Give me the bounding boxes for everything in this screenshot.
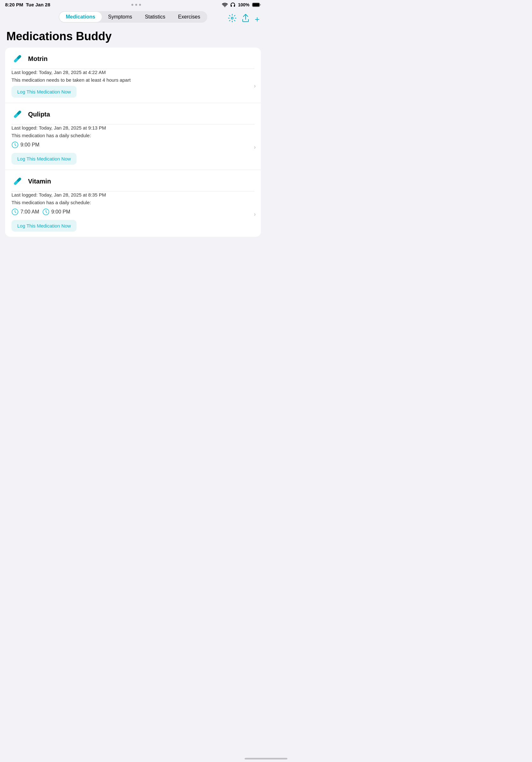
- tab-exercises[interactable]: Exercises: [171, 12, 206, 22]
- med-header-qulipta: Qulipta: [5, 103, 261, 124]
- dot1: [131, 4, 133, 6]
- med-last-logged-motrin: Last logged: Today, Jan 28, 2025 at 4:22…: [12, 69, 254, 76]
- med-name-qulipta: Qulipta: [28, 111, 50, 118]
- tab-medications[interactable]: Medications: [59, 12, 101, 22]
- dot3: [139, 4, 141, 6]
- clock-icon-qulipta-0: [12, 141, 19, 148]
- battery-icon: [252, 3, 261, 7]
- status-bar: 8:20 PM Tue Jan 28 100%: [0, 0, 266, 9]
- wifi-icon: [222, 3, 228, 7]
- clock-icon-vitamin-1: [42, 208, 49, 215]
- clock-icon-vitamin-0: [12, 208, 19, 215]
- log-btn-vitamin[interactable]: Log This Medication Now: [12, 220, 77, 232]
- settings-button[interactable]: [228, 14, 236, 24]
- med-time-item-vitamin-0: 7:00 AM: [12, 208, 39, 215]
- add-button[interactable]: +: [255, 14, 260, 24]
- nav-tabs: Medications Symptoms Statistics Exercise…: [0, 9, 266, 27]
- tab-statistics[interactable]: Statistics: [138, 12, 171, 22]
- chevron-right-qulipta: ›: [254, 144, 256, 151]
- gear-icon: [228, 14, 236, 22]
- med-name-motrin: Motrin: [28, 55, 47, 62]
- page-title: Medications Buddy: [0, 27, 266, 47]
- chevron-right-motrin: ›: [254, 83, 256, 89]
- log-btn-motrin[interactable]: Log This Medication Now: [12, 86, 77, 98]
- med-icon-vitamin: [12, 175, 24, 187]
- med-time-label-vitamin-0: 7:00 AM: [21, 209, 39, 215]
- med-icon-motrin: [12, 53, 24, 65]
- log-btn-qulipta[interactable]: Log This Medication Now: [12, 153, 77, 165]
- med-name-vitamin: Vitamin: [28, 178, 51, 185]
- status-center-dots: [131, 4, 141, 6]
- chevron-right-vitamin: ›: [254, 211, 256, 218]
- med-last-logged-qulipta: Last logged: Today, Jan 28, 2025 at 9:13…: [12, 124, 254, 131]
- med-schedule-info-qulipta: This medication has a daily schedule:: [12, 132, 254, 139]
- med-body-motrin: Last logged: Today, Jan 28, 2025 at 4:22…: [5, 69, 261, 103]
- svg-rect-1: [253, 3, 260, 6]
- med-item-qulipta: Qulipta Last logged: Today, Jan 28, 2025…: [5, 103, 261, 170]
- med-time-label-qulipta-0: 9:00 PM: [21, 142, 39, 148]
- medications-card: Motrin Last logged: Today, Jan 28, 2025 …: [5, 47, 261, 237]
- med-time-label-vitamin-1: 9:00 PM: [51, 209, 71, 215]
- med-header-vitamin: Vitamin: [5, 170, 261, 191]
- dot2: [135, 4, 137, 6]
- share-button[interactable]: [242, 14, 249, 24]
- med-times-qulipta: 9:00 PM: [12, 141, 254, 148]
- status-time-date: 8:20 PM Tue Jan 28: [5, 2, 50, 7]
- med-header-motrin: Motrin: [5, 47, 261, 69]
- tab-symptoms[interactable]: Symptoms: [102, 12, 139, 22]
- status-right: 100%: [222, 2, 261, 7]
- share-icon: [242, 14, 249, 22]
- med-item-motrin: Motrin Last logged: Today, Jan 28, 2025 …: [5, 47, 261, 103]
- med-icon-qulipta: [12, 108, 24, 120]
- battery-percent: 100%: [238, 2, 249, 7]
- med-schedule-info-vitamin: This medication has a daily schedule:: [12, 199, 254, 206]
- med-time-item-vitamin-1: 9:00 PM: [42, 208, 71, 215]
- med-body-qulipta: Last logged: Today, Jan 28, 2025 at 9:13…: [5, 124, 261, 170]
- med-body-vitamin: Last logged: Today, Jan 28, 2025 at 8:35…: [5, 191, 261, 237]
- med-last-logged-vitamin: Last logged: Today, Jan 28, 2025 at 8:35…: [12, 191, 254, 198]
- med-item-vitamin: Vitamin Last logged: Today, Jan 28, 2025…: [5, 170, 261, 237]
- med-times-vitamin: 7:00 AM 9:00 PM: [12, 208, 254, 215]
- nav-icons: +: [228, 14, 260, 24]
- med-time-item-qulipta-0: 9:00 PM: [12, 141, 39, 148]
- headphone-icon: [230, 2, 235, 7]
- svg-point-2: [231, 17, 233, 19]
- tab-segment: Medications Symptoms Statistics Exercise…: [59, 11, 207, 23]
- med-schedule-info-motrin: This medication needs to be taken at lea…: [12, 77, 254, 83]
